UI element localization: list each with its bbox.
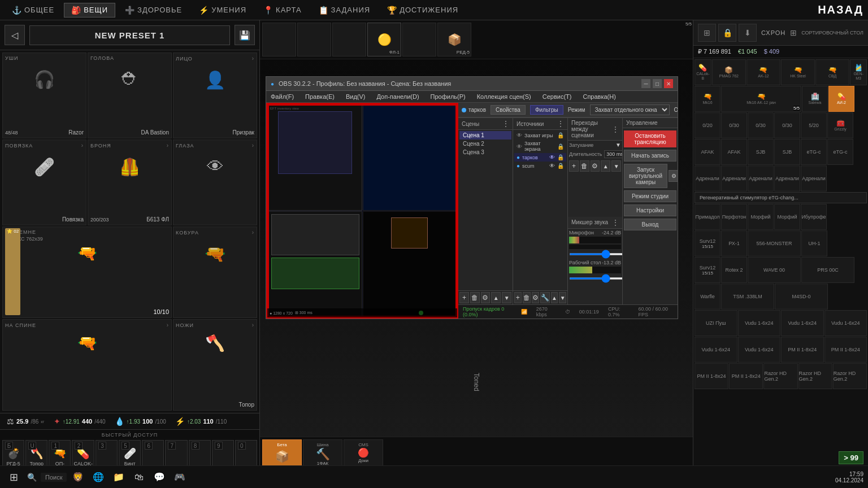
obs-source-settings-button[interactable]: ⚙ <box>532 292 539 303</box>
stash-scroll-area[interactable]: 💊 CALok-B 📦 PMAG 762 🔫 AK-12 🔫 HK Steel <box>693 58 868 480</box>
stash-wave00[interactable]: WAVE 00 <box>748 257 801 283</box>
obs-scene-delete-button[interactable]: 🗑 <box>470 292 480 303</box>
obs-menu-profile[interactable]: Профиль(P) <box>428 92 468 101</box>
stash-r3-2[interactable]: 0/30 <box>721 112 747 138</box>
slot-ears[interactable]: УШИ 🎧 Razor 48/48 <box>2 53 86 138</box>
stash-adrenalin-1[interactable]: Адренали <box>695 165 721 191</box>
stash-perfoton[interactable]: Перфотон <box>721 204 747 230</box>
obs-window[interactable]: ● OBS 30.2.2 - Профиль: Без названия - С… <box>266 76 678 319</box>
obs-source-down-button[interactable]: ▼ <box>559 292 566 303</box>
center-slot-6[interactable]: 📦 РЕД-5 <box>437 23 471 56</box>
stash-morfiy2[interactable]: Морфий <box>774 204 800 230</box>
stash-uzi[interactable]: UZI Гlyш <box>695 310 737 336</box>
stash-razor1[interactable]: Razor HD Gen.2 <box>763 363 797 389</box>
stash-mk16-1[interactable]: 🔫 Mk16 <box>695 86 721 112</box>
obs-transition-settings-button[interactable]: ⚙ <box>591 160 600 172</box>
obs-scene-up-button[interactable]: ▲ <box>491 292 501 303</box>
sort-table-label[interactable]: СОРТИРОВОЧНЫЙ СТОЛ <box>801 30 863 36</box>
stash-556monster[interactable]: 556-MONSTER <box>748 230 801 256</box>
stash-calok-b[interactable]: 💊 CALok-B <box>695 59 711 85</box>
nav-tasks[interactable]: 📋 ЗАДАНИЯ <box>311 3 378 18</box>
nav-map[interactable]: 📍 КАРТА <box>256 3 309 18</box>
obs-capture-mode-select[interactable]: Захват отдельного окна <box>590 104 670 115</box>
stash-vudu2[interactable]: Vudu 1-6x24 <box>781 310 824 336</box>
obs-menu-view[interactable]: Вид(V) <box>344 92 368 101</box>
obs-settings-button[interactable]: Настройки <box>624 204 676 216</box>
stash-pmii2[interactable]: PM II 1-8x24 <box>824 337 867 363</box>
stash-genm3[interactable]: 🎽 GEN-M3 <box>850 59 867 85</box>
stash-uh1[interactable]: UH-1 <box>801 230 827 256</box>
slot-head[interactable]: ГОЛОВА ⛑ DA Bastion <box>88 53 172 138</box>
stash-razor2[interactable]: Razor HD Gen.2 <box>798 363 832 389</box>
obs-audio-mic-volume-slider[interactable] <box>569 253 622 255</box>
obs-filters-button[interactable]: Фильтры <box>530 105 563 115</box>
slot-bandage[interactable]: ПОВЯЗКА › 🩹 Повязка <box>2 140 86 225</box>
obs-transition-down-button[interactable]: ▼ <box>611 160 621 172</box>
stash-adrenalin-2[interactable]: Адренали <box>721 165 747 191</box>
center-slot-5[interactable] <box>402 23 436 56</box>
stash-svd[interactable]: 🔫 СВД <box>815 59 849 85</box>
obs-transition-delete-button[interactable]: 🗑 <box>580 160 589 172</box>
obs-virtual-cam-button[interactable]: Запуск виртуальной камеры <box>624 164 667 188</box>
slot-knife[interactable]: НОЖИ › Топор 🪓 <box>173 319 257 411</box>
stash-razor3[interactable]: Razor HD Gen.2 <box>833 363 867 389</box>
stash-adrenalin-4[interactable]: Адренали <box>774 165 800 191</box>
center-slot-1[interactable] <box>262 23 296 56</box>
search-taskbar[interactable]: 🔍 <box>25 470 38 484</box>
obs-minimize-button[interactable]: ─ <box>641 79 650 88</box>
nav-items[interactable]: 🎒 ВЕЩИ <box>64 3 115 18</box>
stash-sjb-2[interactable]: SJB <box>774 139 800 165</box>
stash-etg-2[interactable]: eТG-с <box>827 139 853 165</box>
stash-px1[interactable]: РХ-1 <box>721 230 747 256</box>
obs-scene-add-button[interactable]: + <box>459 292 469 303</box>
taskbar-edge-icon[interactable]: 🌐 <box>89 468 107 486</box>
stash-hk-steel[interactable]: 🔫 HK Steel <box>781 59 815 85</box>
obs-transition-add-button[interactable]: + <box>569 160 579 172</box>
obs-stop-stream-button[interactable]: Остановить трансляцию <box>624 130 676 147</box>
stash-vudu5[interactable]: Vudu 1-6x24 <box>738 337 781 363</box>
nav-general[interactable]: ⚓ ОБЩЕЕ <box>5 3 62 18</box>
stash-pmii3[interactable]: PM II 1-8x24 <box>695 363 728 389</box>
stash-r3-1[interactable]: 0/20 <box>695 112 721 138</box>
obs-close-button[interactable]: ✕ <box>664 79 673 88</box>
stash-prs00c[interactable]: PRS 00C <box>801 257 854 283</box>
stash-r3-3[interactable]: 0/30 <box>748 112 774 138</box>
stash-warfle[interactable]: Warfle <box>695 284 721 310</box>
obs-source-filter-button[interactable]: 🔧 <box>540 292 550 303</box>
stash-etg-1[interactable]: eТG-с <box>801 139 827 165</box>
obs-scene-down-button[interactable]: ▼ <box>502 292 511 303</box>
obs-source-game[interactable]: 👁 Захват игры 🔒 <box>514 131 566 140</box>
taskbar-store-icon[interactable]: 🛍 <box>130 468 148 486</box>
stash-primadol[interactable]: Примадол <box>695 204 721 230</box>
obs-scene-2[interactable]: Сцена 2 <box>459 140 511 148</box>
stash-sjb-1[interactable]: SJB <box>748 139 774 165</box>
obs-menu-edit[interactable]: Правка(E) <box>303 92 337 101</box>
stash-morfiy[interactable]: Морфий <box>748 204 774 230</box>
stash-grid-view-button[interactable]: ⊞ <box>698 24 716 42</box>
stash-ibuprofen[interactable]: Ибупрофе <box>801 204 827 230</box>
obs-studio-mode-button[interactable]: Режим студии <box>624 190 676 202</box>
obs-source-scum[interactable]: ● scum 👁 🔒 <box>514 162 566 170</box>
stash-pmii4[interactable]: PM II 1-8x24 <box>729 363 763 389</box>
center-slot-2[interactable] <box>297 23 331 56</box>
taskbar-discord-icon[interactable]: 💬 <box>150 468 168 486</box>
stash-surv12-2[interactable]: Surv12 15/15 <box>695 257 721 283</box>
stash-afak-1[interactable]: AFAK <box>695 139 721 165</box>
slot-eyes[interactable]: ГЛАЗА › 👁 <box>173 140 257 225</box>
stash-r3-4[interactable]: 0/30 <box>774 112 800 138</box>
stash-r3-5[interactable]: 5/20 <box>801 112 827 138</box>
obs-start-record-button[interactable]: Начать запись <box>624 150 676 162</box>
stash-surv12-1[interactable]: Surv12 15/15 <box>695 230 721 256</box>
obs-source-add-button[interactable]: + <box>514 292 522 303</box>
stash-salewa[interactable]: 🏥 Salewa <box>802 86 828 112</box>
nav-achievements[interactable]: 🏆 ДОСТИЖЕНИЯ <box>380 3 466 18</box>
obs-source-delete-button[interactable]: 🗑 <box>523 292 531 303</box>
obs-scene-1[interactable]: Сцена 1 <box>459 131 511 140</box>
obs-menu-dockpanels[interactable]: Доп-панели(D) <box>375 92 422 101</box>
nav-skills[interactable]: ⚡ УМЕНИЯ <box>192 3 254 18</box>
stash-lock-button[interactable]: 🔒 <box>718 24 736 42</box>
taskbar-eft-icon[interactable]: 🎮 <box>171 468 189 486</box>
preset-save-button[interactable]: 💾 <box>235 25 255 45</box>
stash-grid-icon[interactable]: ⊞ <box>790 28 797 37</box>
obs-menu-help[interactable]: Справка(H) <box>580 92 618 101</box>
